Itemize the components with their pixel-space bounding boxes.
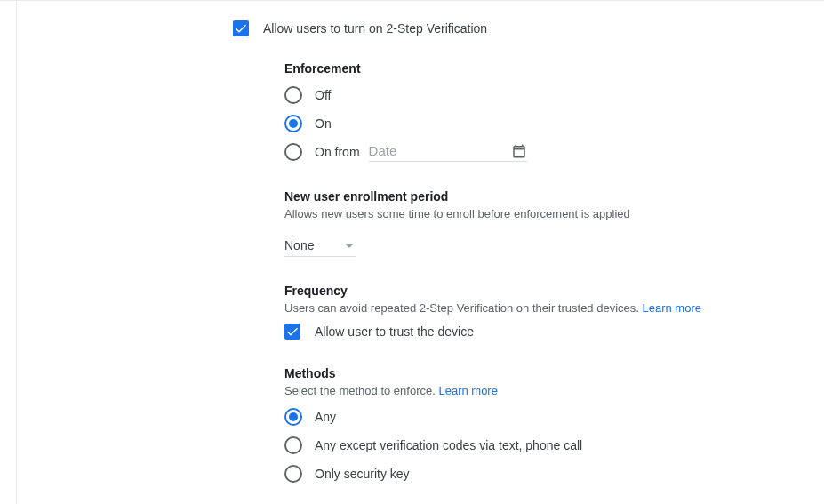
methods-any-row: Any — [284, 406, 806, 428]
date-placeholder: Date — [369, 143, 397, 158]
methods-desc: Select the method to enforce. Learn more — [284, 384, 806, 397]
methods-radio-except[interactable] — [284, 436, 302, 454]
enforcement-on-label: On — [315, 116, 332, 131]
methods-learn-more-link[interactable]: Learn more — [438, 384, 497, 397]
enrollment-selected: None — [284, 238, 314, 252]
frequency-block: Frequency Users can avoid repeated 2-Ste… — [284, 284, 806, 340]
enrollment-desc: Allows new users some time to enroll bef… — [284, 207, 806, 220]
methods-except-label: Any except verification codes via text, … — [315, 438, 582, 452]
methods-block: Methods Select the method to enforce. Le… — [284, 366, 806, 484]
methods-except-row: Any except verification codes via text, … — [284, 435, 806, 456]
allow-2sv-label: Allow users to turn on 2-Step Verificati… — [263, 21, 487, 36]
enforcement-off-row: Off — [284, 84, 806, 106]
check-icon — [285, 324, 300, 339]
frequency-heading: Frequency — [284, 284, 806, 298]
frequency-desc: Users can avoid repeated 2-Step Verifica… — [284, 301, 806, 315]
enforcement-off-label: Off — [315, 88, 331, 102]
frequency-learn-more-link[interactable]: Learn more — [643, 301, 701, 315]
enforcement-radio-onfrom[interactable] — [284, 143, 302, 161]
allow-2sv-row: Allow users to turn on 2-Step Verificati… — [233, 20, 806, 36]
chevron-down-icon — [345, 244, 354, 248]
trust-device-row: Allow user to trust the device — [284, 324, 806, 340]
enrollment-block: New user enrollment period Allows new us… — [284, 189, 806, 257]
enforcement-onfrom-row: On from Date — [284, 141, 806, 163]
enforcement-radio-on[interactable] — [284, 115, 302, 132]
trust-device-label: Allow user to trust the device — [315, 324, 474, 339]
methods-radio-any[interactable] — [284, 408, 302, 426]
left-divider — [16, 1, 17, 504]
enforcement-radio-off[interactable] — [284, 86, 302, 104]
check-icon — [234, 21, 248, 36]
methods-heading: Methods — [284, 366, 806, 380]
methods-desc-text: Select the method to enforce. — [284, 384, 438, 397]
enrollment-heading: New user enrollment period — [284, 189, 806, 204]
methods-securitykey-row: Only security key — [284, 463, 806, 484]
enrollment-dropdown[interactable]: None — [284, 235, 356, 257]
methods-securitykey-label: Only security key — [315, 467, 410, 481]
frequency-desc-text: Users can avoid repeated 2-Step Verifica… — [284, 301, 643, 315]
methods-any-label: Any — [315, 410, 336, 424]
methods-radio-securitykey[interactable] — [284, 465, 302, 483]
enforcement-onfrom-label: On from — [315, 145, 360, 159]
enforcement-heading: Enforcement — [284, 61, 806, 76]
enforcement-on-row: On — [284, 113, 806, 134]
settings-panel: Allow users to turn on 2-Step Verificati… — [0, 1, 824, 484]
trust-device-checkbox[interactable] — [284, 324, 300, 340]
enforcement-date-input[interactable]: Date — [369, 143, 527, 162]
allow-2sv-checkbox[interactable] — [233, 20, 249, 36]
calendar-icon — [511, 143, 527, 159]
enforcement-section: Enforcement Off On On from Date New user… — [284, 61, 806, 484]
